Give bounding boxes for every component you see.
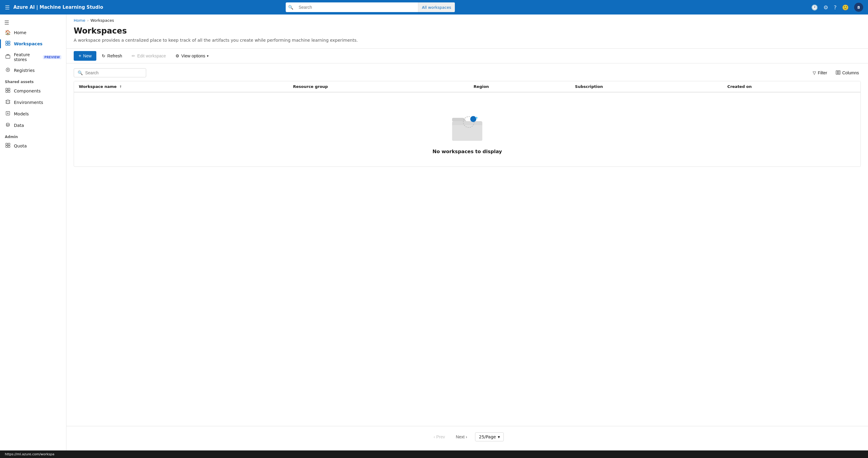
page-subtitle: A workspace provides a centralized place… [66, 37, 868, 48]
svg-rect-15 [8, 143, 10, 145]
svg-rect-9 [6, 91, 7, 92]
svg-rect-19 [837, 71, 839, 74]
feature-stores-icon [5, 54, 11, 60]
new-button[interactable]: + New [74, 51, 96, 61]
sidebar-item-models[interactable]: Models [0, 108, 66, 120]
global-search-box[interactable]: 🔍 All workspaces [286, 2, 455, 12]
sidebar-item-workspaces[interactable]: Workspaces [0, 38, 66, 50]
shared-assets-label: Shared assets [0, 76, 66, 85]
edit-workspace-button[interactable]: ✏ Edit workspace [127, 51, 170, 60]
svg-point-24 [470, 116, 476, 122]
col-created-on: Created on [722, 81, 861, 92]
sort-icon[interactable]: ↑ [119, 85, 122, 89]
preview-badge: PREVIEW [43, 55, 61, 59]
data-icon [5, 122, 11, 128]
sidebar-item-environments[interactable]: Environments [0, 97, 66, 108]
settings-icon[interactable]: ⚙ [823, 4, 828, 10]
search-scope-selector[interactable]: All workspaces [418, 2, 455, 12]
svg-rect-4 [6, 55, 10, 58]
registries-icon [5, 67, 11, 73]
sidebar-item-feature-stores-label: Feature stores [14, 52, 39, 62]
page-title: Workspaces [66, 24, 868, 37]
user-avatar[interactable]: 8 [854, 3, 863, 12]
sidebar-item-data-label: Data [14, 123, 24, 128]
app-brand: Azure AI | Machine Learning Studio [13, 4, 103, 10]
svg-rect-20 [839, 71, 840, 74]
edit-icon: ✏ [132, 54, 135, 58]
table: Workspace name ↑ Resource group Region S… [74, 81, 861, 92]
svg-rect-17 [8, 146, 10, 147]
search-icon: 🔍 [286, 5, 296, 10]
columns-icon [836, 70, 840, 76]
main-content: Home › Workspaces Workspaces A workspace… [66, 14, 868, 451]
help-icon[interactable]: ? [834, 4, 837, 10]
sidebar-item-feature-stores[interactable]: Feature stores PREVIEW [0, 50, 66, 65]
status-bar: https://ml.azure.com/workspa [0, 451, 868, 458]
workspaces-icon [5, 41, 11, 47]
admin-label: Admin [0, 131, 66, 140]
feedback-icon[interactable]: 🙂 [842, 4, 849, 10]
svg-rect-14 [6, 143, 7, 145]
table-action-group: ▽ Filter Columns [811, 69, 861, 77]
toolbar: + New ↻ Refresh ✏ Edit workspace ⚙ View … [66, 48, 868, 63]
sidebar-item-home[interactable]: 🏠 Home [0, 27, 66, 38]
table-header: Workspace name ↑ Resource group Region S… [74, 81, 861, 92]
table-controls: 🔍 ▽ Filter [74, 68, 861, 77]
filter-icon: ▽ [813, 70, 816, 75]
breadcrumb-separator: › [87, 18, 89, 23]
sidebar-item-data[interactable]: Data [0, 120, 66, 131]
sidebar-item-home-label: Home [14, 30, 26, 35]
global-search-input[interactable] [296, 5, 418, 10]
page-size-selector[interactable]: 25/Page ▾ [475, 432, 504, 441]
refresh-button[interactable]: ↻ Refresh [98, 51, 126, 60]
pagination: ‹ Prev Next › 25/Page ▾ [66, 426, 868, 451]
col-subscription: Subscription [570, 81, 723, 92]
sidebar-item-quota-label: Quota [14, 144, 27, 148]
view-options-button[interactable]: ⚙ View options ▾ [171, 51, 213, 60]
svg-point-5 [6, 68, 10, 71]
svg-rect-2 [6, 43, 7, 45]
empty-folder-illustration [447, 111, 487, 144]
breadcrumb-home[interactable]: Home [74, 18, 85, 23]
svg-rect-1 [8, 41, 10, 43]
svg-point-6 [7, 69, 8, 70]
next-button[interactable]: Next › [453, 433, 470, 441]
columns-button[interactable]: Columns [834, 69, 861, 77]
components-icon [5, 88, 11, 94]
breadcrumb: Home › Workspaces [66, 14, 868, 24]
chevron-left-icon: ‹ [434, 434, 435, 439]
svg-rect-8 [8, 88, 10, 90]
empty-state: No workspaces to display [74, 92, 861, 166]
view-options-icon: ⚙ [176, 54, 179, 58]
svg-rect-10 [8, 91, 10, 92]
sidebar-item-models-label: Models [14, 112, 29, 116]
svg-rect-16 [6, 146, 7, 147]
sidebar-item-components[interactable]: Components [0, 85, 66, 97]
sidebar-item-registries[interactable]: Registries [0, 65, 66, 76]
hamburger-menu-icon[interactable]: ☰ [5, 4, 10, 10]
history-icon[interactable]: 🕐 [811, 4, 818, 10]
prev-button[interactable]: ‹ Prev [431, 433, 448, 441]
top-nav: ☰ Azure AI | Machine Learning Studio 🔍 A… [0, 0, 868, 14]
sidebar: ☰ 🏠 Home Workspaces [0, 14, 66, 451]
col-workspace-name: Workspace name ↑ [74, 81, 288, 92]
chevron-down-icon: ▾ [207, 54, 209, 58]
col-resource-group: Resource group [288, 81, 469, 92]
plus-icon: + [79, 53, 81, 59]
app-body: ☰ 🏠 Home Workspaces [0, 14, 868, 451]
table-search-input[interactable] [85, 70, 142, 75]
sidebar-item-quota[interactable]: Quota [0, 140, 66, 152]
sidebar-toggle[interactable]: ☰ [0, 17, 66, 27]
refresh-icon: ↻ [102, 54, 105, 58]
svg-point-13 [6, 123, 9, 125]
filter-button[interactable]: ▽ Filter [811, 69, 829, 77]
nav-icon-group: 🕐 ⚙ ? 🙂 8 [811, 3, 863, 12]
sidebar-item-components-label: Components [14, 89, 41, 93]
svg-rect-18 [836, 71, 837, 74]
svg-rect-0 [6, 41, 7, 43]
sidebar-item-registries-label: Registries [14, 68, 35, 73]
breadcrumb-current: Workspaces [91, 18, 114, 23]
table-area: 🔍 ▽ Filter [66, 63, 868, 426]
table-search-box[interactable]: 🔍 [74, 68, 146, 77]
quota-icon [5, 143, 11, 149]
